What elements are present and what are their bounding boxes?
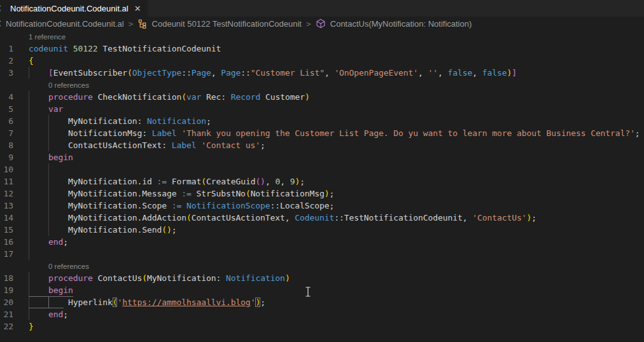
- code-text[interactable]: MyNotification.Scope := NotificationScop…: [29, 200, 334, 212]
- method-symbol-icon: [316, 18, 326, 29]
- line-number: 4: [0, 91, 13, 103]
- code-text[interactable]: MyNotification.AddAction(ContactUsAction…: [29, 212, 536, 224]
- line-number: 18: [0, 272, 13, 284]
- breadcrumb-item-file[interactable]: NotificationCodeunit.Codeunit.al: [6, 19, 124, 29]
- line-number: 3: [0, 67, 13, 79]
- code-text[interactable]: procedure ContactUs(MyNotification: Noti…: [29, 272, 290, 284]
- code-line: 22}: [0, 320, 644, 332]
- line-number: 21: [0, 308, 13, 320]
- chevron-right-icon: >: [129, 19, 134, 29]
- code-line: 17: [0, 248, 644, 260]
- line-number: 20: [0, 296, 13, 308]
- tab-notificationcodeunit[interactable]: NotificationCodeunit.Codeunit.al ✕: [0, 0, 148, 17]
- code-text[interactable]: ContactUsActionText: Label 'Contact us';: [29, 139, 265, 151]
- code-line: 7 NotificationMsg: Label 'Thank you open…: [0, 127, 644, 139]
- line-number: 16: [0, 236, 13, 248]
- codelens-row: 0 references: [0, 260, 644, 272]
- code-text[interactable]: }: [29, 320, 34, 332]
- chevron-right-icon: >: [306, 19, 311, 29]
- code-text[interactable]: MyNotification.Message := StrSubstNo(Not…: [29, 188, 334, 200]
- tab-title: NotificationCodeunit.Codeunit.al: [10, 4, 129, 13]
- code-line: 14 MyNotification.AddAction(ContactUsAct…: [0, 212, 644, 224]
- code-text[interactable]: [EventSubscriber(ObjectType::Page, Page:…: [29, 67, 517, 79]
- line-number: 9: [0, 151, 13, 163]
- code-line: 10: [0, 163, 644, 175]
- code-editor[interactable]: 1 reference1codeunit 50122 TestNotificat…: [0, 31, 644, 332]
- mouse-cursor-ibeam: [305, 287, 311, 299]
- code-text[interactable]: Hyperlink('https://ammolhsaallvi.blog');: [29, 296, 265, 308]
- code-text[interactable]: var: [29, 103, 63, 115]
- line-number: 7: [0, 127, 13, 139]
- breadcrumb: NotificationCodeunit.Codeunit.al > Codeu…: [0, 17, 644, 31]
- code-line: 9 begin: [0, 151, 644, 163]
- code-text[interactable]: end;: [29, 308, 68, 320]
- line-number: 1: [0, 43, 13, 55]
- code-text[interactable]: begin: [29, 151, 73, 163]
- line-number: 22: [0, 320, 13, 332]
- code-line: 3 [EventSubscriber(ObjectType::Page, Pag…: [0, 67, 644, 79]
- al-file-icon: [0, 19, 2, 28]
- code-line: 16 end;: [0, 236, 644, 248]
- code-line: 20 Hyperlink('https://ammolhsaallvi.blog…: [0, 296, 644, 308]
- code-text[interactable]: MyNotification.Send();: [29, 224, 176, 236]
- line-number: 13: [0, 200, 13, 212]
- line-number: 10: [0, 163, 13, 175]
- code-text[interactable]: codeunit 50122 TestNotificationCodeunit: [29, 43, 221, 55]
- codeunit-symbol-icon: [138, 19, 148, 29]
- code-text[interactable]: end;: [29, 236, 68, 248]
- line-number: 5: [0, 103, 13, 115]
- code-line: 6 MyNotification: Notification;: [0, 115, 644, 127]
- code-text[interactable]: NotificationMsg: Label 'Thank you openin…: [29, 127, 640, 139]
- line-number: 17: [0, 248, 13, 260]
- codelens-row: 1 reference: [0, 31, 644, 43]
- code-line: 5 var: [0, 103, 644, 115]
- line-number: 12: [0, 188, 13, 200]
- code-line: 18 procedure ContactUs(MyNotification: N…: [0, 272, 644, 284]
- close-icon[interactable]: ✕: [134, 4, 141, 13]
- line-number: 19: [0, 284, 13, 296]
- code-line: 2{: [0, 55, 644, 67]
- code-line: 4 procedure CheckNotification(var Rec: R…: [0, 91, 644, 103]
- line-number: 6: [0, 115, 13, 127]
- line-number: 15: [0, 224, 13, 236]
- line-number: 14: [0, 212, 13, 224]
- code-text[interactable]: MyNotification.id := Format(CreateGuid()…: [29, 175, 305, 188]
- breadcrumb-item-method[interactable]: ContactUs(MyNotification: Notification): [330, 19, 472, 29]
- code-text[interactable]: MyNotification: Notification;: [29, 115, 211, 127]
- code-line: 8 ContactUsActionText: Label 'Contact us…: [0, 139, 644, 151]
- code-line: 21 end;: [0, 308, 644, 320]
- code-text[interactable]: begin: [29, 284, 73, 296]
- code-line: 15 MyNotification.Send();: [0, 224, 644, 236]
- breadcrumb-item-codeunit[interactable]: Codeunit 50122 TestNotificationCodeunit: [152, 19, 302, 29]
- code-text[interactable]: {: [29, 55, 34, 67]
- code-line: 13 MyNotification.Scope := NotificationS…: [0, 200, 644, 212]
- codelens-references[interactable]: 0 references: [48, 79, 89, 92]
- al-file-icon: [0, 4, 2, 13]
- codelens-references[interactable]: 1 reference: [29, 31, 66, 43]
- code-line: 12 MyNotification.Message := StrSubstNo(…: [0, 188, 644, 200]
- line-number: 2: [0, 55, 13, 67]
- line-number: 11: [0, 175, 13, 188]
- code-text[interactable]: procedure CheckNotification(var Rec: Rec…: [29, 91, 310, 103]
- code-line: 11 MyNotification.id := Format(CreateGui…: [0, 175, 644, 188]
- code-line: 1codeunit 50122 TestNotificationCodeunit: [0, 43, 644, 55]
- codelens-row: 0 references: [0, 79, 644, 91]
- code-line: 19 begin: [0, 284, 644, 296]
- tab-bar: NotificationCodeunit.Codeunit.al ✕: [0, 0, 644, 17]
- line-number: 8: [0, 139, 13, 151]
- codelens-references[interactable]: 0 references: [48, 261, 89, 273]
